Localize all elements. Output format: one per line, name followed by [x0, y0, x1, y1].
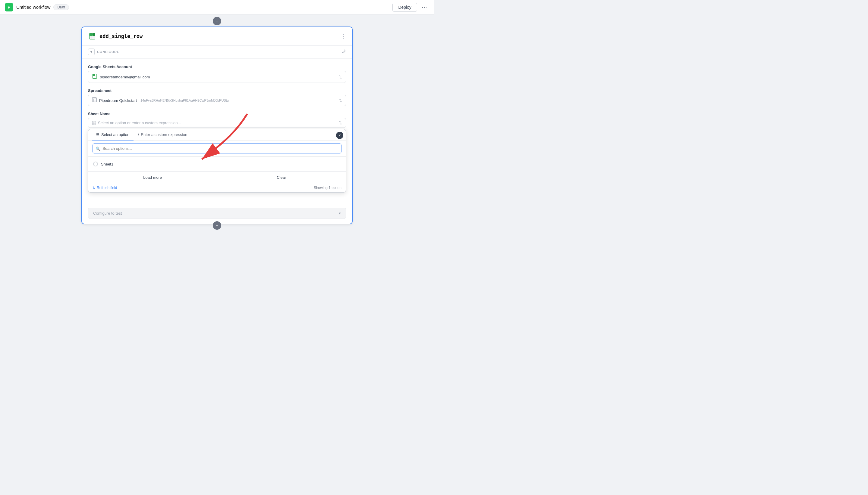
spreadsheet-icon [92, 97, 97, 103]
form-body: Google Sheets Account pipedreamdemo@gmai… [82, 58, 352, 204]
svg-rect-9 [92, 74, 95, 76]
refresh-label: Refresh field [97, 186, 117, 190]
google-sheets-icon [88, 32, 97, 40]
action-card: add_single_row ⋮ ▾ CONFIGURE Google Shee… [81, 27, 353, 224]
configure-test-label: Configure to test [93, 211, 122, 216]
google-account-field: Google Sheets Account pipedreamdemo@gmai… [88, 65, 346, 83]
select-arrows-icon: ⇅ [339, 75, 342, 79]
google-sheets-account-icon [92, 73, 97, 80]
google-account-label: Google Sheets Account [88, 65, 346, 69]
svg-rect-2 [93, 33, 95, 36]
configure-left: ▾ CONFIGURE [88, 49, 119, 55]
svg-rect-10 [92, 98, 97, 102]
spreadsheet-field: Spreadsheet Pipedream Quickstart [88, 88, 346, 106]
tab2-label: Enter a custom expression [141, 132, 187, 137]
card-title: add_single_row [100, 33, 142, 39]
sheet-name-select[interactable]: Select an option or enter a custom expre… [88, 118, 346, 128]
topbar: P Untitled workflow Draft Deploy ⋯ [0, 0, 434, 15]
card-menu-icon[interactable]: ⋮ [341, 33, 346, 39]
google-account-select[interactable]: pipedreamdemo@gmail.com ⇅ [88, 71, 346, 83]
spreadsheet-id: 14gFya6RHnf42N5bGHqyhqP81AgHH2CwP3mMJ0bP… [140, 99, 229, 102]
sheet-select-arrows-icon: ⇅ [339, 121, 342, 125]
dropdown-tabs: ☰ Select an option 𝐼 Enter a custom expr… [88, 129, 346, 140]
spreadsheet-select-left: Pipedream Quickstart 14gFya6RHnf42N5bGHq… [92, 97, 229, 103]
topbar-right: Deploy ⋯ [393, 2, 429, 12]
spreadsheet-label: Spreadsheet [88, 88, 346, 93]
google-account-value: pipedreamdemo@gmail.com [100, 75, 150, 79]
deploy-button[interactable]: Deploy [393, 3, 417, 12]
sheet-name-label: Sheet Name [88, 112, 346, 116]
search-input[interactable] [92, 143, 342, 153]
clear-button[interactable]: Clear [217, 172, 346, 183]
workflow-title: Untitled workflow [16, 4, 50, 10]
sheet-name-placeholder-text: Select an option or enter a custom expre… [98, 121, 181, 125]
configure-label: CONFIGURE [97, 50, 119, 54]
dropdown-footer: Load more Clear [88, 171, 346, 183]
card-header: add_single_row ⋮ [82, 27, 352, 46]
draft-badge: Draft [53, 4, 69, 10]
sheet-name-placeholder-wrap: Select an option or enter a custom expre… [92, 121, 181, 125]
load-more-button[interactable]: Load more [88, 172, 217, 183]
sheet-name-field: Sheet Name Select an option or enter a c… [88, 112, 346, 193]
svg-line-7 [343, 52, 344, 52]
tab2-icon: 𝐼 [138, 133, 139, 137]
add-node-bottom-button[interactable]: + [213, 221, 221, 230]
spreadsheet-select-arrows-icon: ⇅ [339, 98, 342, 103]
card-header-left: add_single_row [88, 32, 142, 40]
sheet-name-dropdown: × ☰ Select an option 𝐼 Enter a custom ex… [88, 129, 346, 193]
search-icon: 🔍 [96, 146, 100, 151]
showing-count: Showing 1 option [314, 186, 342, 190]
options-list: Sheet1 [88, 157, 346, 171]
canvas: + add_single_row [0, 15, 434, 248]
google-account-select-left: pipedreamdemo@gmail.com [92, 73, 150, 80]
tab-select-option[interactable]: ☰ Select an option [92, 129, 134, 140]
dropdown-close-button[interactable]: × [336, 132, 343, 139]
spreadsheet-name: Pipedream Quickstart [99, 98, 137, 103]
tab-custom-expression[interactable]: 𝐼 Enter a custom expression [134, 129, 191, 140]
refresh-icon: ↻ [92, 186, 96, 190]
add-node-top-button[interactable]: + [213, 17, 221, 25]
refresh-field-link[interactable]: ↻ Refresh field [92, 186, 117, 190]
more-menu-icon[interactable]: ⋯ [419, 2, 429, 12]
svg-rect-1 [89, 33, 93, 36]
svg-rect-14 [92, 121, 96, 124]
configure-test-bar: Configure to test ▾ [82, 204, 352, 224]
option-sheet1[interactable]: Sheet1 [88, 159, 346, 169]
logo-icon: P [5, 3, 13, 12]
pin-icon[interactable] [341, 49, 346, 55]
tab1-label: Select an option [101, 132, 129, 137]
topbar-left: P Untitled workflow Draft [5, 3, 69, 12]
dropdown-meta: ↻ Refresh field Showing 1 option [88, 183, 346, 192]
option-sheet1-label: Sheet1 [101, 162, 113, 166]
configure-bar: ▾ CONFIGURE [82, 46, 352, 58]
search-box: 🔍 [88, 140, 346, 157]
spreadsheet-select[interactable]: Pipedream Quickstart 14gFya6RHnf42N5bGHq… [88, 95, 346, 106]
radio-sheet1 [93, 161, 98, 166]
search-input-wrap: 🔍 [92, 143, 342, 153]
configure-test-button[interactable]: Configure to test ▾ [88, 208, 346, 219]
configure-test-chevron: ▾ [339, 211, 341, 216]
collapse-button[interactable]: ▾ [88, 49, 94, 55]
tab1-icon: ☰ [96, 133, 100, 137]
